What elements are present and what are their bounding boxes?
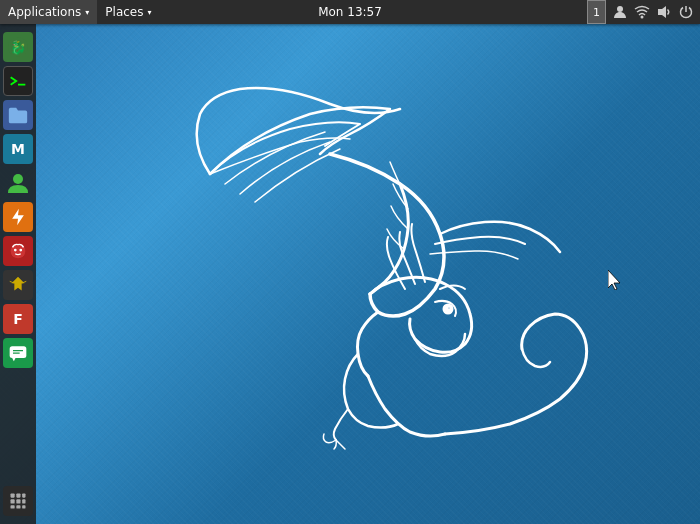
svg-point-7	[13, 174, 23, 184]
svg-rect-17	[16, 494, 20, 498]
panel-clock[interactable]: Mon 13:57	[318, 5, 382, 19]
terminal-dock-icon[interactable]	[3, 66, 33, 96]
mouse-cursor	[608, 270, 620, 288]
workspace-indicator[interactable]: 1	[587, 0, 606, 24]
files-dock-icon[interactable]	[3, 100, 33, 130]
svg-marker-8	[12, 209, 24, 226]
svg-rect-18	[22, 494, 25, 498]
svg-rect-12	[10, 346, 27, 358]
svg-point-10	[14, 249, 17, 252]
beef-dock-icon[interactable]	[3, 236, 33, 266]
network-icon[interactable]	[632, 2, 652, 22]
maltego-dock-icon[interactable]	[3, 270, 33, 300]
svg-point-11	[19, 249, 22, 252]
workspace-number: 1	[593, 6, 600, 19]
svg-rect-5	[7, 70, 29, 92]
svg-rect-20	[16, 499, 20, 503]
svg-rect-22	[11, 505, 15, 508]
sound-icon[interactable]	[654, 2, 674, 22]
kali-menu-dock-icon[interactable]: 🐉	[3, 32, 33, 62]
zap-dock-icon[interactable]: F	[3, 304, 33, 334]
places-label: Places	[105, 5, 143, 19]
applications-label: Applications	[8, 5, 81, 19]
panel-right: 1	[587, 0, 700, 24]
svg-marker-2	[658, 6, 666, 18]
kali-dragon-logo	[60, 24, 680, 524]
svg-marker-13	[12, 358, 15, 361]
svg-rect-24	[22, 505, 25, 508]
svg-marker-27	[608, 270, 620, 290]
svg-rect-19	[11, 499, 15, 503]
all-apps-dock-icon[interactable]	[3, 486, 33, 516]
svg-point-0	[617, 6, 623, 12]
left-dock: 🐉 M	[0, 24, 36, 524]
applications-menu[interactable]: Applications ▾	[0, 0, 97, 24]
burpsuite-dock-icon[interactable]	[3, 202, 33, 232]
chat-dock-icon[interactable]	[3, 338, 33, 368]
svg-rect-21	[22, 499, 25, 503]
places-menu[interactable]: Places ▾	[97, 0, 159, 24]
svg-rect-23	[16, 505, 20, 508]
svg-text:🐉: 🐉	[10, 40, 27, 56]
clock-display: Mon 13:57	[318, 5, 382, 19]
svg-point-1	[641, 16, 644, 19]
mousepad-dock-icon[interactable]: M	[3, 134, 33, 164]
user-icon[interactable]	[610, 2, 630, 22]
power-icon[interactable]	[676, 2, 696, 22]
panel-left: Applications ▾ Places ▾	[0, 0, 587, 24]
places-chevron: ▾	[147, 8, 151, 17]
svg-point-26	[447, 306, 451, 310]
desktop: Applications ▾ Places ▾ Mon 13:57 1	[0, 0, 700, 524]
green-person-dock-icon[interactable]	[3, 168, 33, 198]
svg-rect-16	[11, 494, 15, 498]
top-panel: Applications ▾ Places ▾ Mon 13:57 1	[0, 0, 700, 24]
applications-chevron: ▾	[85, 8, 89, 17]
